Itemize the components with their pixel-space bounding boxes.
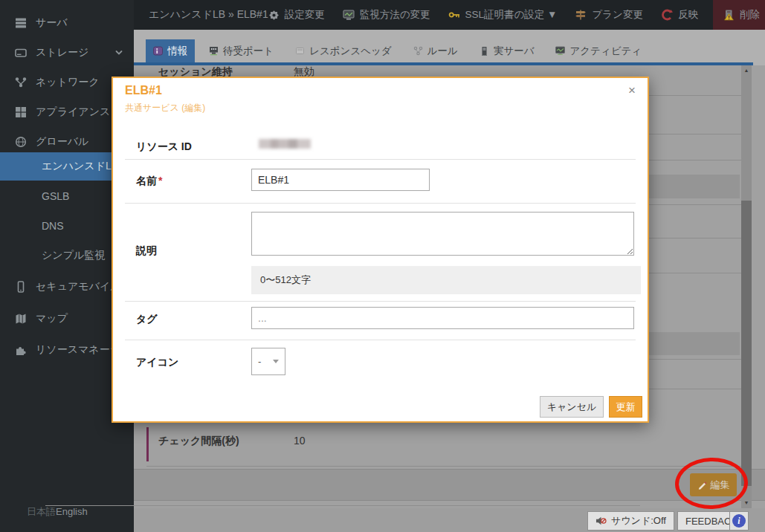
description-hint: 0〜512文字 [251, 266, 641, 294]
app-window: サーバ ストレージ ネットワーク アプライアンス グローバル エンハンスドLB … [0, 0, 765, 532]
map-icon [15, 313, 27, 325]
storage-icon [15, 47, 27, 59]
resource-id-value-redacted [259, 139, 311, 149]
pencil-icon [697, 480, 707, 490]
modal-subtitle: 共通サービス (編集) [125, 102, 205, 114]
edit-button[interactable]: 編集 [690, 473, 737, 496]
scrollbar-thumb[interactable] [741, 201, 752, 486]
sidebar-item-label: ストレージ [36, 46, 88, 59]
ssl-certificate-dropdown[interactable]: SSL証明書の設定 ▼ [448, 0, 558, 30]
sidebar-item-label: アプライアンス [36, 106, 110, 119]
row-group-border [146, 427, 149, 461]
check-interval-label: チェック間隔(秒) [158, 435, 239, 448]
language-japanese[interactable]: 日本語 [27, 506, 56, 517]
name-label: 名前* [136, 175, 162, 188]
close-icon[interactable]: × [628, 84, 636, 97]
sidebar-item-label: サーバ [36, 16, 68, 30]
language-separator: | [45, 505, 640, 506]
info-icon: i [732, 514, 746, 528]
tab-response-headers[interactable]: レスポンスヘッダ [288, 39, 399, 62]
activity-tab-icon [555, 46, 565, 56]
cancel-button[interactable]: キャンセル [540, 396, 604, 418]
sidebar-item-label: グローバル [36, 135, 88, 149]
network-icon [15, 77, 27, 88]
sound-toggle-label: サウンド:Off [611, 514, 666, 528]
modal-row-separator [125, 159, 636, 160]
panel-footer [134, 469, 765, 501]
tab-listen-ports[interactable]: 待受ポート [201, 39, 281, 62]
settings-change-button[interactable]: 設定変更 [268, 0, 325, 30]
signpost-icon [575, 9, 587, 21]
tab-label: 待受ポート [223, 45, 274, 58]
sidebar-item-storage[interactable]: ストレージ [0, 38, 134, 68]
caret-down-icon [273, 360, 279, 363]
port-tab-icon [209, 46, 219, 56]
chevron-down-icon [114, 48, 123, 57]
puzzle-icon [15, 344, 27, 356]
header-bar: エンハンスドLB » ELB#1 設定変更 監視方法の変更 SSL証明書の設定 … [134, 0, 765, 30]
plan-change-button[interactable]: プラン変更 [575, 0, 642, 30]
appliance-icon [15, 106, 27, 118]
edit-modal: ELB#1 共通サービス (編集) × リソース ID 名前* 説明 0〜512… [112, 77, 649, 423]
status-bar: サウンド:Off FEEDBACK i [134, 508, 765, 532]
delete-button[interactable]: 削除 [713, 0, 765, 30]
scrollbar-up-arrow[interactable]: ▲ [741, 65, 752, 76]
tab-underline [134, 62, 753, 65]
sidebar-item-label: マップ [36, 312, 68, 325]
tab-real-servers[interactable]: 実サーバ [472, 39, 542, 62]
tab-label: ルール [427, 45, 458, 58]
tag-label: タグ [136, 313, 158, 326]
icon-select[interactable]: - [251, 348, 285, 375]
tab-label: アクティビティ [569, 45, 642, 58]
globe-icon [15, 136, 27, 148]
icon-select-value: - [258, 356, 261, 367]
scrollbar[interactable]: ▲ ▼ [741, 65, 752, 508]
icon-label: アイコン [136, 356, 178, 369]
sidebar-item-label: DNS [42, 220, 64, 232]
modal-row-separator [125, 203, 636, 204]
tab-activity[interactable]: アクティビティ [548, 39, 649, 62]
sidebar-item-server[interactable]: サーバ [0, 8, 134, 38]
response-header-tab-icon [295, 46, 305, 56]
apply-button[interactable]: 反映 [661, 0, 698, 30]
info-tab-icon [153, 46, 163, 56]
sidebar-item-label: ネットワーク [36, 76, 100, 89]
name-input[interactable] [251, 169, 430, 191]
speaker-muted-icon [595, 516, 607, 526]
tab-info[interactable]: 情報 [146, 39, 195, 62]
sidebar-item-label: GSLB [42, 190, 69, 202]
required-mark: * [158, 175, 162, 186]
check-interval-value: 10 [294, 435, 306, 447]
description-textarea[interactable] [251, 212, 634, 256]
breadcrumb: エンハンスドLB » ELB#1 [149, 8, 268, 22]
sound-toggle-button[interactable]: サウンド:Off [587, 511, 674, 531]
tag-input[interactable] [251, 307, 634, 329]
action-label: 削除 [740, 8, 760, 22]
language-english[interactable]: English [56, 506, 88, 517]
scrollbar-down-arrow[interactable]: ▼ [741, 498, 752, 508]
gear-icon [268, 10, 280, 21]
real-server-tab-icon [480, 46, 489, 56]
tab-rules[interactable]: ルール [406, 39, 465, 62]
delete-icon [723, 9, 735, 21]
server-icon [15, 17, 27, 29]
refresh-icon [661, 9, 673, 21]
sidebar-item-label: セキュアモバイル [36, 280, 121, 293]
tab-label: 情報 [167, 45, 187, 58]
modal-row-separator [125, 301, 636, 302]
resource-id-label: リソース ID [136, 140, 192, 154]
language-switcher: 日本語|English [27, 505, 88, 519]
sidebar-item-label: シンプル監視 [42, 249, 105, 262]
info-button[interactable]: i [729, 511, 749, 531]
tab-label: レスポンスヘッダ [309, 45, 392, 58]
row-separator [146, 466, 741, 467]
rule-tab-icon [413, 46, 423, 56]
mobile-icon [15, 281, 27, 293]
update-button[interactable]: 更新 [609, 396, 642, 418]
monitoring-method-button[interactable]: 監視方法の変更 [343, 0, 430, 30]
header-actions: 設定変更 監視方法の変更 SSL証明書の設定 ▼ プラン変更 反映 削除 [268, 0, 765, 30]
tab-label: 実サーバ [494, 45, 535, 58]
action-label: プラン変更 [592, 8, 642, 22]
tab-bar: 情報 待受ポート レスポンスヘッダ ルール 実サーバ アクティビティ [134, 30, 765, 65]
action-label: 反映 [678, 8, 698, 22]
